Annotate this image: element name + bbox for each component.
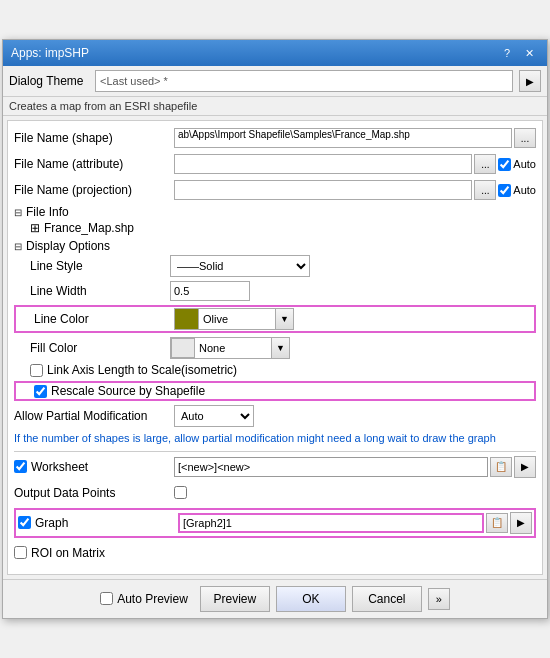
- allow-partial-label: Allow Partial Modification: [14, 409, 174, 423]
- worksheet-input-row: 📋 ▶: [174, 456, 536, 478]
- output-data-pts-row: Output Data Points: [14, 482, 536, 504]
- graph-label: Graph: [35, 516, 68, 530]
- fill-color-dropdown[interactable]: None ▼: [170, 337, 290, 359]
- graph-input-row: 📋 ▶: [178, 512, 532, 534]
- cancel-button[interactable]: Cancel: [352, 586, 422, 612]
- dialog-theme-label: Dialog Theme: [9, 74, 89, 88]
- roi-checkbox[interactable]: [14, 546, 27, 559]
- file-name-proj-value[interactable]: [174, 180, 472, 200]
- window-title: Apps: impSHP: [11, 46, 89, 60]
- rescale-label: Rescale Source by Shapefile: [51, 384, 205, 398]
- display-options-expand-icon[interactable]: ⊟: [14, 241, 22, 252]
- file-name-attr-row: File Name (attribute) ... Auto: [14, 153, 536, 175]
- line-width-input[interactable]: [170, 281, 250, 301]
- ok-button[interactable]: OK: [276, 586, 346, 612]
- worksheet-label-container: Worksheet: [14, 460, 174, 474]
- line-color-dropdown[interactable]: Olive ▼: [174, 308, 294, 330]
- graph-browse-btn[interactable]: 📋: [486, 513, 508, 533]
- fill-color-label: Fill Color: [30, 341, 170, 355]
- line-color-row: Line Color Olive ▼: [18, 308, 532, 330]
- fill-color-arrow[interactable]: ▼: [271, 338, 289, 358]
- file-name-proj-input-row: ... Auto: [174, 180, 536, 200]
- file-name-attr-label: File Name (attribute): [14, 157, 174, 171]
- graph-checkbox[interactable]: [18, 516, 31, 529]
- display-options-label: Display Options: [26, 239, 110, 253]
- auto-preview-label: Auto Preview: [117, 592, 188, 606]
- browse-shape-button[interactable]: ...: [514, 128, 536, 148]
- fill-color-value: None: [195, 342, 271, 354]
- file-name-shape-value[interactable]: ab\Apps\Import Shapefile\Samples\France_…: [174, 128, 512, 148]
- line-color-highlighted-row: Line Color Olive ▼: [14, 305, 536, 333]
- line-style-select[interactable]: ——Solid: [170, 255, 310, 277]
- rescale-highlighted-row: Rescale Source by Shapefile: [14, 381, 536, 401]
- line-color-arrow[interactable]: ▼: [275, 309, 293, 329]
- worksheet-input[interactable]: [174, 457, 488, 477]
- close-button[interactable]: ✕: [519, 44, 539, 62]
- description-text: Creates a map from an ESRI shapefile: [9, 100, 197, 112]
- graph-row: Graph 📋 ▶: [18, 512, 532, 534]
- fill-color-row: Fill Color None ▼: [14, 337, 536, 359]
- file-name-shape-input-row: ab\Apps\Import Shapefile\Samples\France_…: [174, 128, 536, 148]
- file-entry-name: France_Map.shp: [44, 221, 134, 235]
- auto-proj-check: Auto: [498, 184, 536, 197]
- graph-label-container: Graph: [18, 516, 178, 530]
- rescale-checkbox[interactable]: [34, 385, 47, 398]
- worksheet-arrow-btn[interactable]: ▶: [514, 456, 536, 478]
- output-data-pts-label: Output Data Points: [14, 486, 115, 500]
- fill-color-swatch: [171, 338, 195, 358]
- title-bar: Apps: impSHP ? ✕: [3, 40, 547, 66]
- dialog-theme-input[interactable]: [95, 70, 513, 92]
- dialog-theme-row: Dialog Theme ▶: [3, 66, 547, 97]
- line-color-value: Olive: [199, 313, 275, 325]
- line-style-label: Line Style: [30, 259, 170, 273]
- file-info-section: ⊟ File Info: [14, 205, 536, 219]
- title-bar-controls: ? ✕: [497, 44, 539, 62]
- display-options-section: ⊟ Display Options: [14, 239, 536, 253]
- worksheet-label: Worksheet: [31, 460, 88, 474]
- file-entry-expand[interactable]: ⊞: [30, 221, 40, 235]
- line-width-label: Line Width: [30, 284, 170, 298]
- file-info-label: File Info: [26, 205, 69, 219]
- roi-label: ROI on Matrix: [31, 546, 105, 560]
- roi-row: ROI on Matrix: [14, 542, 536, 564]
- auto-preview-checkbox[interactable]: [100, 592, 113, 605]
- worksheet-browse-btn[interactable]: 📋: [490, 457, 512, 477]
- graph-input[interactable]: [178, 513, 484, 533]
- description-bar: Creates a map from an ESRI shapefile: [3, 97, 547, 116]
- line-style-row: Line Style ——Solid: [14, 255, 536, 277]
- file-name-proj-row: File Name (projection) ... Auto: [14, 179, 536, 201]
- bottom-bar: Auto Preview Preview OK Cancel »: [3, 579, 547, 618]
- graph-highlighted-container: Graph 📋 ▶: [14, 508, 536, 538]
- title-bar-left: Apps: impSHP: [11, 46, 89, 60]
- auto-proj-label: Auto: [513, 184, 536, 196]
- preview-button[interactable]: Preview: [200, 586, 270, 612]
- link-axis-label: Link Axis Length to Scale(isometric): [47, 363, 237, 377]
- browse-proj-button[interactable]: ...: [474, 180, 496, 200]
- auto-preview-row: Auto Preview: [100, 592, 188, 606]
- content-area: File Name (shape) ab\Apps\Import Shapefi…: [7, 120, 543, 574]
- roi-label-container: ROI on Matrix: [14, 546, 174, 560]
- file-info-expand-icon[interactable]: ⊟: [14, 207, 22, 218]
- auto-proj-checkbox[interactable]: [498, 184, 511, 197]
- worksheet-checkbox[interactable]: [14, 460, 27, 473]
- file-name-proj-label: File Name (projection): [14, 183, 174, 197]
- file-name-attr-value[interactable]: [174, 154, 472, 174]
- allow-partial-select[interactable]: Auto: [174, 405, 254, 427]
- separator: [14, 451, 536, 452]
- allow-partial-row: Allow Partial Modification Auto: [14, 405, 536, 427]
- line-color-label: Line Color: [34, 312, 174, 326]
- double-arrow-button[interactable]: »: [428, 588, 450, 610]
- help-button[interactable]: ?: [497, 44, 517, 62]
- file-name-shape-row: File Name (shape) ab\Apps\Import Shapefi…: [14, 127, 536, 149]
- output-data-pts-checkbox[interactable]: [174, 486, 187, 499]
- auto-attr-checkbox[interactable]: [498, 158, 511, 171]
- link-axis-checkbox[interactable]: [30, 364, 43, 377]
- blue-info-text: If the number of shapes is large, allow …: [14, 431, 536, 446]
- dialog-theme-arrow[interactable]: ▶: [519, 70, 541, 92]
- output-data-pts-label-container: Output Data Points: [14, 486, 174, 500]
- auto-attr-check: Auto: [498, 158, 536, 171]
- line-color-swatch: [175, 309, 199, 329]
- browse-attr-button[interactable]: ...: [474, 154, 496, 174]
- link-axis-row: Link Axis Length to Scale(isometric): [14, 363, 536, 377]
- graph-arrow-btn[interactable]: ▶: [510, 512, 532, 534]
